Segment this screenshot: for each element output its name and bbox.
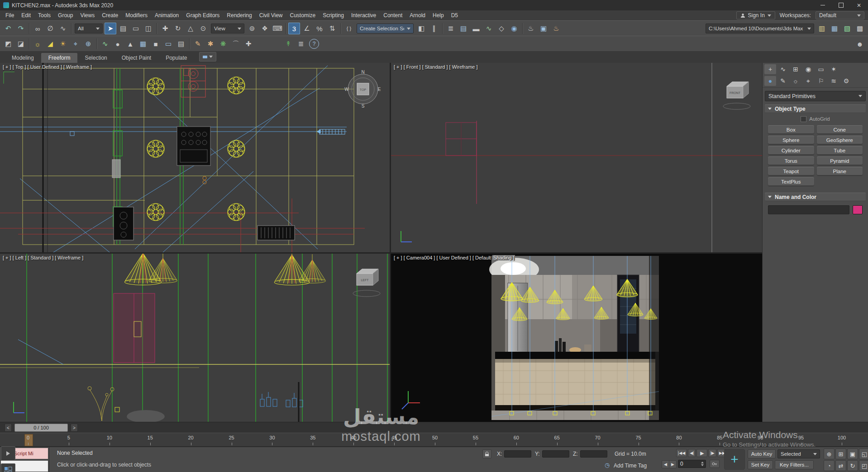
ribbon-tab-selection[interactable]: Selection (77, 53, 114, 63)
menu-item-rendering[interactable]: Rendering (223, 10, 255, 20)
target-camera-icon[interactable]: ⊕ (82, 38, 94, 50)
viewport-camera-label[interactable]: [ + ] [ Camera004 ] [ User Defined ] [ D… (394, 255, 515, 260)
viewport-left-label[interactable]: [ + ] [ Left ] [ Standard ] [ Wireframe … (3, 255, 83, 260)
menu-item-customize[interactable]: Customize (286, 10, 320, 20)
menu-item-graph-editors[interactable]: Graph Editors (182, 10, 223, 20)
menu-item-interactive[interactable]: Interactive (348, 10, 380, 20)
sun-light-icon[interactable]: ☀ (57, 38, 69, 50)
add-button[interactable]: + (724, 449, 745, 470)
current-frame-field[interactable]: 0 (678, 460, 706, 468)
object-color-swatch[interactable] (853, 205, 863, 214)
list-icon[interactable]: ≣ (295, 38, 307, 50)
viewport-front-label[interactable]: [ + ] [ Front ] [ Standard ] [ Wireframe… (394, 64, 478, 70)
layer-explorer-icon[interactable]: ▤ (458, 23, 469, 34)
viewcube-north-label[interactable]: N (361, 70, 364, 75)
mirror-icon[interactable]: ◧ (415, 23, 427, 34)
time-slider-handle[interactable]: 0 / 100 (14, 424, 68, 432)
unlink-selection-icon[interactable]: ∅ (44, 23, 56, 34)
time-slider-next-button[interactable]: > (71, 424, 78, 432)
viewport-left[interactable]: LEFT [ + ] [ Left ] [ Standard ] [ Wiref… (0, 254, 390, 422)
z-coordinate-field[interactable] (580, 450, 607, 458)
auto-key-button[interactable]: Auto Key (748, 449, 776, 458)
axis-icon[interactable]: ✚ (243, 38, 254, 50)
minimize-button[interactable] (814, 0, 832, 10)
menu-item-civil-view[interactable]: Civil View (256, 10, 286, 20)
select-by-name-icon[interactable]: ▤ (117, 23, 129, 34)
motion-tab-icon[interactable]: ◉ (802, 64, 814, 74)
time-slider-prev-button[interactable]: < (5, 424, 12, 432)
menu-item-file[interactable]: File (2, 10, 18, 20)
primitive-category-dropdown[interactable]: Standard Primitives (765, 91, 866, 101)
select-and-move-icon[interactable]: ✚ (159, 23, 171, 34)
help-icon[interactable]: ? (309, 39, 319, 49)
grid-tool-icon[interactable]: ▦ (137, 38, 149, 50)
modify-tab-icon[interactable]: ∿ (777, 64, 789, 74)
select-and-manipulate-icon[interactable]: ❖ (259, 23, 271, 34)
object-button-box[interactable]: Box (768, 125, 814, 134)
maximize-button[interactable] (832, 0, 850, 10)
ribbon-toggle-icon[interactable]: ▬ (470, 23, 482, 34)
spinner-snap-icon[interactable]: ⇅ (326, 23, 338, 34)
menu-item-content[interactable]: Content (380, 10, 406, 20)
display-toggle-icon[interactable]: ◪ (15, 38, 27, 50)
select-and-link-icon[interactable]: ∞ (32, 23, 43, 34)
spot-light-icon[interactable]: ◢ (44, 38, 56, 50)
key-filters-button[interactable]: Key Filters... (775, 460, 814, 469)
previous-frame-button[interactable]: ◀| (688, 449, 696, 457)
key-mode-toggle-button[interactable] (710, 460, 720, 468)
percent-snap-icon[interactable]: % (314, 23, 325, 34)
frame-spinner[interactable] (701, 462, 704, 466)
use-pivot-center-icon[interactable]: ⊚ (246, 23, 258, 34)
workspaces-dropdown[interactable]: Default (816, 11, 864, 19)
selection-lock-button[interactable] (482, 449, 491, 458)
viewcube-south-label[interactable]: S (362, 104, 365, 109)
undo-icon[interactable]: ↶ (2, 23, 14, 34)
camera-icon[interactable]: ⌖ (70, 38, 81, 50)
box-tool-icon[interactable]: ■ (150, 38, 162, 50)
object-type-rollout[interactable]: Object Type (765, 104, 866, 113)
viewport-camera[interactable]: [ + ] [ Camera004 ] [ User Defined ] [ D… (391, 254, 762, 422)
star-icon[interactable]: ✱ (205, 38, 216, 50)
object-button-pyramid[interactable]: Pyramid (817, 156, 863, 165)
cameras-category-icon[interactable]: ⌖ (802, 76, 814, 86)
menu-item-tools[interactable]: Tools (34, 10, 54, 20)
named-selection-sets-dropdown[interactable]: Create Selection Se (357, 24, 414, 33)
selection-filter-dropdown[interactable]: All (75, 24, 103, 33)
monitor-icon[interactable]: ▭ (162, 38, 174, 50)
project-folder-field[interactable]: C:\Users\Ahmed 10\Documents\3ds Max 2020 (706, 24, 814, 33)
name-color-rollout[interactable]: Name and Color (765, 193, 866, 201)
set-key-button[interactable]: Set Key (748, 460, 773, 469)
import-icon[interactable]: ▦ (829, 23, 840, 34)
spacewarps-category-icon[interactable]: ≋ (828, 76, 839, 86)
scene-new-icon[interactable]: ◩ (2, 38, 14, 50)
shapes-category-icon[interactable]: ✎ (777, 76, 789, 86)
helpers-category-icon[interactable]: ⚐ (815, 76, 827, 86)
align-icon[interactable]: ∥ (428, 23, 440, 34)
schematic-view-icon[interactable]: ◇ (496, 23, 507, 34)
render-setup-icon[interactable]: ♨ (525, 23, 537, 34)
menu-item-scripting[interactable]: Scripting (319, 10, 348, 20)
reference-coordinate-dropdown[interactable]: View (211, 24, 244, 33)
track-bar[interactable]: 0510152025303540455055606570758085909510… (0, 433, 868, 447)
viewport-top-label[interactable]: [ + ] [ Top ] [ User Defined ] [ Wirefra… (3, 64, 92, 70)
window-crossing-icon[interactable]: ◫ (143, 23, 154, 34)
select-object-icon[interactable]: ➤ (105, 23, 116, 34)
angle-snap-icon[interactable]: ∠ (301, 23, 313, 34)
tree-icon[interactable]: ↟ (282, 38, 294, 50)
export-icon[interactable]: ▧ (841, 23, 853, 34)
utilities-tab-icon[interactable]: ✶ (828, 64, 839, 74)
tape-measure-icon[interactable]: ⌒ (230, 38, 242, 50)
ribbon-tab-populate[interactable]: Populate (158, 53, 194, 63)
x-coordinate-field[interactable] (504, 450, 531, 458)
zoom-region-icon[interactable]: ◱ (859, 448, 868, 459)
menu-item-views[interactable]: Views (76, 10, 98, 20)
viewcube-west-label[interactable]: W (344, 87, 349, 92)
viewcube-east-label[interactable]: E (378, 87, 381, 92)
folder-icon[interactable]: ▥ (816, 23, 828, 34)
go-to-start-button[interactable]: |◀◀ (676, 449, 687, 457)
ribbon-tab-object-paint[interactable]: Object Paint (114, 53, 158, 63)
key-step-back-button[interactable]: ◀ (662, 460, 669, 468)
zoom-extents-icon[interactable]: ▣ (847, 448, 858, 459)
menu-item-group[interactable]: Group (54, 10, 76, 20)
zoom-all-icon[interactable]: ⊞ (835, 448, 846, 459)
